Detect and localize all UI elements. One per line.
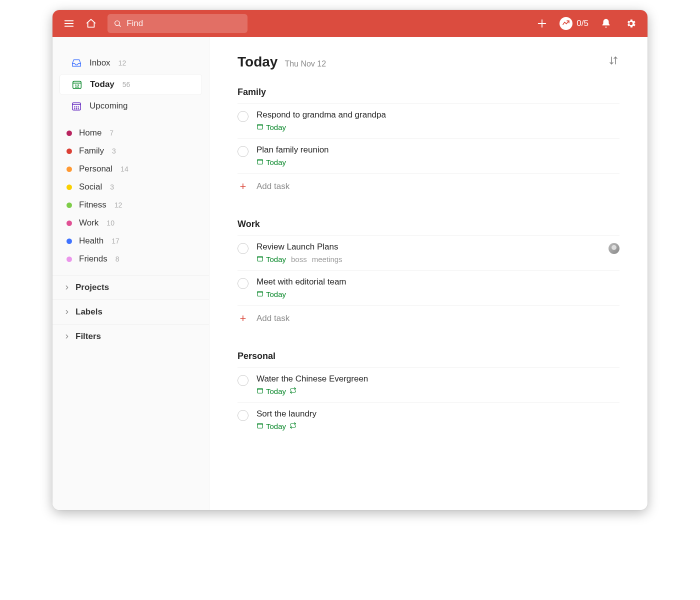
sidebar-item-inbox[interactable]: Inbox12 — [60, 53, 202, 73]
project-item-home[interactable]: Home7 — [52, 124, 209, 142]
sidebar-section-filters[interactable]: Filters — [52, 324, 209, 348]
task-date: Today — [256, 158, 286, 166]
task-title: Review Launch Plans — [256, 242, 600, 252]
task-body: Sort the laundryToday — [256, 409, 620, 430]
settings-button[interactable] — [624, 16, 638, 31]
sidebar-item-upcoming[interactable]: Upcoming — [60, 96, 202, 116]
today-icon: 12 — [71, 78, 83, 90]
chevron-right-icon — [64, 308, 70, 316]
productivity-score: 0/5 — [576, 18, 588, 28]
project-item-friends[interactable]: Friends8 — [52, 250, 209, 268]
project-color-dot — [66, 256, 72, 262]
menu-button[interactable] — [62, 16, 76, 31]
project-item-social[interactable]: Social3 — [52, 178, 209, 196]
task-date: Today — [256, 422, 296, 430]
add-task-button[interactable]: +Add task — [238, 306, 620, 331]
svg-rect-24 — [258, 256, 263, 261]
sidebar-item-label: Inbox — [90, 58, 110, 68]
svg-point-15 — [74, 108, 75, 109]
sidebar-item-today[interactable]: 12Today56 — [60, 74, 202, 95]
calendar-icon — [256, 290, 264, 298]
add-task-button[interactable]: +Add task — [238, 174, 620, 199]
group-title: Work — [238, 219, 620, 236]
task-meta: Today — [256, 123, 620, 132]
project-item-health[interactable]: Health17 — [52, 232, 209, 250]
task-checkbox[interactable] — [238, 243, 248, 254]
calendar-icon — [256, 255, 264, 264]
task-checkbox[interactable] — [238, 111, 248, 122]
task-row[interactable]: Respond to grandma and grandpaToday — [238, 104, 620, 138]
task-body: Meet with editorial teamToday — [256, 277, 620, 298]
sidebar-item-label: Today — [90, 80, 114, 90]
calendar-icon — [256, 387, 264, 396]
svg-rect-26 — [258, 292, 263, 296]
chevron-right-icon — [64, 284, 70, 291]
chevron-right-icon — [64, 333, 70, 340]
task-checkbox[interactable] — [238, 146, 248, 157]
project-label: Friends — [79, 254, 108, 264]
task-body: Water the Chinese EvergreenToday — [256, 374, 620, 396]
task-checkbox[interactable] — [238, 410, 248, 421]
task-title: Respond to grandma and grandpa — [256, 110, 620, 120]
task-title: Sort the laundry — [256, 409, 620, 419]
task-row[interactable]: Water the Chinese EvergreenToday — [238, 368, 620, 402]
bell-icon — [600, 18, 612, 29]
group-title: Family — [238, 87, 620, 104]
nav-list: Inbox1212Today56Upcoming — [52, 53, 209, 116]
recurring-icon — [290, 422, 296, 430]
task-tag: boss — [291, 255, 307, 264]
sidebar-section-projects[interactable]: Projects — [52, 275, 209, 300]
task-checkbox[interactable] — [238, 278, 248, 289]
sidebar-section-label: Filters — [76, 332, 101, 342]
project-list: Home7Family3Personal14Social3Fitness12Wo… — [52, 124, 209, 268]
svg-rect-20 — [258, 124, 263, 129]
task-checkbox[interactable] — [238, 375, 248, 386]
project-color-dot — [66, 238, 72, 244]
task-meta: Today — [256, 290, 620, 298]
notifications-button[interactable] — [598, 16, 614, 31]
quick-add-button[interactable] — [534, 16, 550, 31]
topbar: 0/5 — [52, 10, 648, 37]
project-count: 8 — [116, 255, 120, 263]
task-row[interactable]: Review Launch PlansTodaybossmeetings — [238, 236, 620, 270]
task-row[interactable]: Sort the laundryToday — [238, 402, 620, 438]
svg-point-17 — [78, 108, 78, 109]
project-item-personal[interactable]: Personal14 — [52, 160, 209, 178]
sidebar-item-count: 56 — [122, 80, 130, 88]
project-item-family[interactable]: Family3 — [52, 142, 209, 160]
inbox-icon — [70, 57, 82, 69]
home-button[interactable] — [84, 16, 98, 31]
task-row[interactable]: Plan family reunionToday — [238, 138, 620, 174]
project-label: Work — [79, 218, 98, 228]
task-tag: meetings — [312, 255, 342, 264]
svg-point-16 — [76, 108, 76, 109]
project-label: Fitness — [79, 200, 106, 210]
task-meta: Todaybossmeetings — [256, 255, 600, 264]
task-date: Today — [256, 290, 286, 298]
svg-point-13 — [76, 106, 76, 107]
sort-button[interactable] — [608, 54, 620, 68]
svg-rect-30 — [258, 424, 263, 428]
main-header: Today Thu Nov 12 — [238, 54, 620, 70]
project-count: 17 — [112, 237, 120, 245]
page-title: Today — [238, 54, 278, 70]
search-input[interactable] — [126, 18, 242, 28]
assignee-avatar[interactable] — [608, 243, 620, 254]
project-item-work[interactable]: Work10 — [52, 214, 209, 232]
svg-rect-22 — [258, 160, 263, 164]
plus-icon: + — [238, 181, 248, 192]
productivity-button[interactable]: 0/5 — [560, 17, 588, 30]
task-date: Today — [256, 387, 296, 396]
project-item-fitness[interactable]: Fitness12 — [52, 196, 209, 214]
search-box[interactable] — [108, 14, 248, 33]
task-body: Respond to grandma and grandpaToday — [256, 110, 620, 132]
recurring-icon — [290, 387, 296, 396]
task-group: FamilyRespond to grandma and grandpaToda… — [238, 87, 620, 199]
task-row[interactable]: Meet with editorial teamToday — [238, 270, 620, 306]
sidebar-section-labels[interactable]: Labels — [52, 300, 209, 324]
project-count: 12 — [114, 201, 122, 209]
task-date: Today — [256, 123, 286, 132]
plus-icon: + — [238, 313, 248, 324]
svg-point-14 — [78, 106, 78, 107]
topbar-right: 0/5 — [534, 16, 638, 31]
